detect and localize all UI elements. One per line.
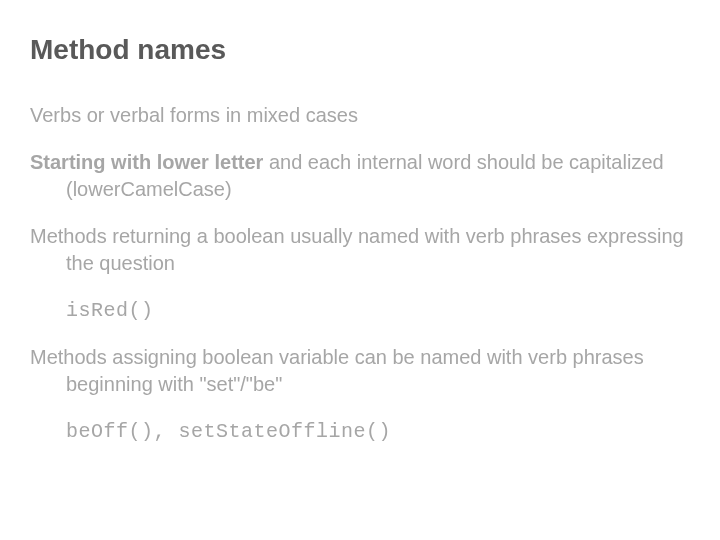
slide-title: Method names — [30, 34, 690, 66]
bullet-lower-camel: Starting with lower letter and each inte… — [30, 149, 690, 203]
bullet-boolean-return: Methods returning a boolean usually name… — [30, 223, 690, 277]
emphasis-lower-letter: Starting with lower letter — [30, 151, 263, 173]
code-example-setbe: beOff(), setStateOffline() — [30, 418, 690, 445]
slide-body: Verbs or verbal forms in mixed cases Sta… — [30, 102, 690, 445]
slide: Method names Verbs or verbal forms in mi… — [0, 0, 720, 540]
code-example-isred: isRed() — [30, 297, 690, 324]
bullet-boolean-assign: Methods assigning boolean variable can b… — [30, 344, 690, 398]
bullet-verbs: Verbs or verbal forms in mixed cases — [30, 102, 690, 129]
